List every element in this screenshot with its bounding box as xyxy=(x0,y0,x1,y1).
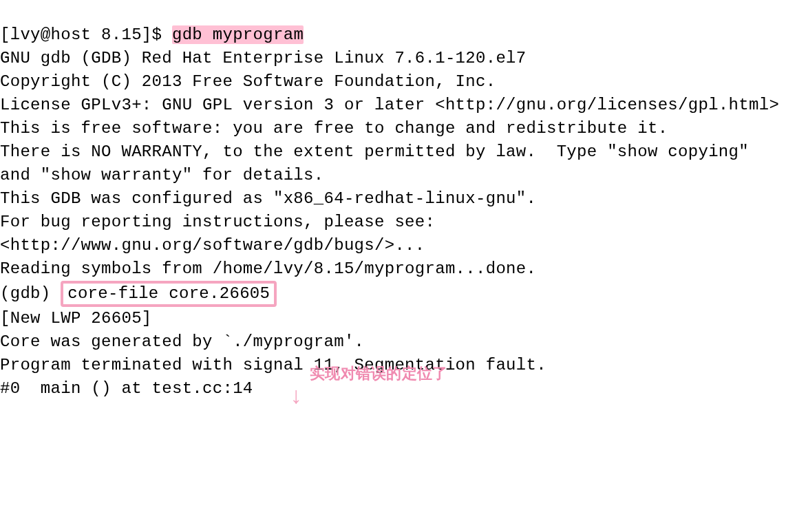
core-file-command: core-file core.26605 xyxy=(61,281,277,307)
shell-prompt: [lvy@host 8.15]$ xyxy=(0,25,172,44)
terminal[interactable]: [lvy@host 8.15]$ gdb myprogram GNU gdb (… xyxy=(0,0,786,532)
gdb-banner-line: There is NO WARRANTY, to the extent perm… xyxy=(0,142,749,161)
gdb-banner-line: For bug reporting instructions, please s… xyxy=(0,213,435,231)
gdb-banner-line: Reading symbols from /home/lvy/8.15/mypr… xyxy=(0,259,536,278)
gdb-banner-line: GNU gdb (GDB) Red Hat Enterprise Linux 7… xyxy=(0,49,527,67)
gdb-output-line: #0 main () at test.cc:14 xyxy=(0,379,253,398)
gdb-output-line: Core was generated by `./myprogram'. xyxy=(0,332,364,351)
gdb-banner-line: Copyright (C) 2013 Free Software Foundat… xyxy=(0,72,496,91)
down-arrow-icon: ↓ xyxy=(289,385,304,409)
gdb-output-line: Program terminated with signal 11, Segme… xyxy=(0,356,546,374)
gdb-launch-command: gdb myprogram xyxy=(172,25,304,44)
annotation-label: 实现对错误的定位了 xyxy=(310,362,448,385)
gdb-banner-line: License GPLv3+: GNU GPL version 3 or lat… xyxy=(0,96,779,114)
gdb-banner-line: and "show warranty" for details. xyxy=(0,166,323,184)
gdb-prompt: (gdb) xyxy=(0,284,61,303)
gdb-banner-line: This is free software: you are free to c… xyxy=(0,119,668,138)
gdb-banner-line: <http://www.gnu.org/software/gdb/bugs/>.… xyxy=(0,236,425,255)
gdb-output-line: [New LWP 26605] xyxy=(0,309,152,328)
gdb-banner-line: This GDB was configured as "x86_64-redha… xyxy=(0,189,536,208)
